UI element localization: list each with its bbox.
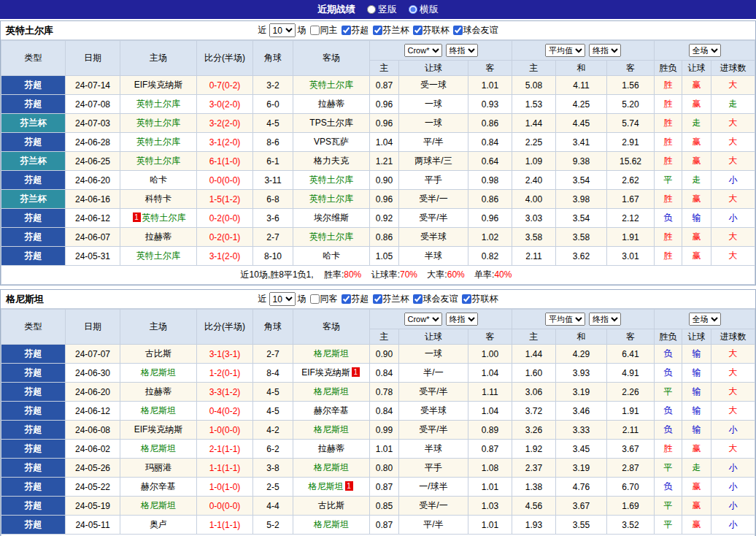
col-avg-home: 主 [512,61,556,76]
league-filter-checkbox[interactable] [413,294,423,304]
match-date: 24-06-25 [66,152,120,171]
home-team: 英特土尔库 [120,133,197,152]
avg-draw: 3.45 [556,440,607,459]
fulltime-select[interactable]: 全场 [689,313,721,326]
match-row: 芬超24-06-08EIF埃克纳斯1-0(0-0)4-2格尼斯坦0.99受平/半… [1,421,755,440]
same-venue-checkbox[interactable] [310,294,320,304]
recent-count-select[interactable]: 10 [269,23,296,37]
home-team: 1英特土尔库 [120,209,197,228]
avg-stage-select[interactable]: 终指 [589,313,621,326]
avg-away: 1.91 [607,228,655,247]
avg-away: 6.41 [607,345,655,364]
col-avg-home: 主 [512,329,556,345]
avg-source-select[interactable]: 平均值 [545,313,585,326]
match-date: 24-07-07 [66,345,120,364]
layout-vertical-radio[interactable] [367,5,376,14]
league-filter-checkbox[interactable] [413,26,423,35]
league-type-badge: 芬超 [1,345,66,364]
result-handicap: 赢 [682,133,711,152]
corner-score: 2-7 [253,345,293,364]
match-row: 芬超24-06-30格尼斯坦1-2(0-1)8-4EIF埃克纳斯10.84半/一… [1,364,755,383]
layout-horizontal-option[interactable]: 横版 [409,3,439,16]
match-score: 3-3(1-2) [197,383,253,402]
league-type-badge: 芬超 [1,478,66,497]
home-team: 拉赫蒂 [120,383,197,402]
stat-item: 胜率:80% [324,269,361,280]
corner-score: 5-2 [253,516,293,535]
odds-handicap: 一球 [399,345,468,364]
section-header: 英特土尔库 近 10 场 同主 芬超 芬兰杯 [1,21,755,40]
stat-value: 40% [494,269,512,280]
corner-score: 3-2 [253,76,293,95]
result-goals: 小 [711,516,755,535]
avg-draw: 4.25 [556,95,607,114]
league-filter[interactable]: 芬超 [342,293,369,305]
result-goals: 大 [711,383,755,402]
league-filter-checkbox[interactable] [342,26,351,35]
result-handicap: 赢 [682,516,711,535]
league-filter[interactable]: 芬超 [342,24,369,37]
corner-score: 3-11 [253,171,293,190]
match-row: 芬超24-05-31英特土尔库3-1(2-0)8-10哈卡1.05半球0.822… [1,247,755,266]
odds-away: 0.96 [468,209,512,228]
odds-stage-select[interactable]: 终指 [446,44,478,57]
league-filter[interactable]: 球会友谊 [453,24,498,37]
col-odds-handicap: 让球 [399,329,468,345]
league-filter[interactable]: 球会友谊 [413,293,458,305]
red-card-badge: 1 [345,481,353,491]
odds-away: 0.87 [468,440,512,459]
avg-home: 3.58 [512,228,556,247]
odds-home: 0.96 [370,114,399,133]
odds-company-select[interactable]: Crow* [404,44,442,57]
match-row: 芬超24-06-02格尼斯坦2-1(1-1)6-2拉赫蒂1.01半球0.871.… [1,440,755,459]
recent-count-select[interactable]: 10 [269,292,296,306]
avg-draw: 3.41 [556,133,607,152]
league-filter-checkbox[interactable] [342,294,351,304]
layout-horizontal-radio[interactable] [409,5,417,14]
col-score: 比分(半场) [197,41,253,76]
away-team: 拉赫蒂 [293,95,370,114]
same-venue-filter[interactable]: 同客 [310,293,338,305]
result-wdl: 平 [655,459,682,478]
fulltime-select[interactable]: 全场 [689,44,721,57]
match-row: 芬超24-06-12格尼斯坦0-4(0-2)4-5赫尔辛基0.84受半球1.04… [1,402,755,421]
league-filter[interactable]: 芬联杯 [413,24,450,37]
result-handicap: 赢 [682,190,711,209]
odds-handicap: 受半/一 [399,190,468,209]
avg-away: 3.52 [607,516,655,535]
avg-source-select[interactable]: 平均值 [545,44,585,57]
league-filter-checkbox[interactable] [373,294,382,304]
league-filter[interactable]: 芬兰杯 [373,293,409,305]
league-type-badge: 芬兰杯 [1,114,66,133]
avg-home: 1.44 [512,345,556,364]
result-handicap: 赢 [682,497,711,516]
match-row: 芬兰杯24-07-03英特土尔库3-2(2-0)4-5TPS土尔库0.96一球0… [1,114,755,133]
same-venue-checkbox[interactable] [310,26,320,35]
league-filter-checkbox[interactable] [373,26,382,35]
team-name: 拉赫蒂 [145,386,171,397]
avg-away: 1.69 [607,497,655,516]
away-team: 埃尔维斯 [293,209,370,228]
odds-company-select[interactable]: Crow* [404,313,442,326]
league-filter-checkbox[interactable] [453,26,463,35]
avg-home: 2.40 [512,171,556,190]
result-handicap: 赢 [682,440,711,459]
league-filter-checkbox[interactable] [462,294,471,304]
layout-vertical-option[interactable]: 竖版 [367,3,397,16]
avg-draw: 4.45 [556,114,607,133]
avg-draw: 9.38 [556,152,607,171]
home-team: 科特卡 [120,190,197,209]
result-wdl: 负 [655,402,682,421]
match-date: 24-05-11 [66,516,120,535]
league-filter[interactable]: 芬联杯 [462,293,498,305]
col-score: 比分(半场) [197,310,253,345]
league-filter[interactable]: 芬兰杯 [373,24,409,37]
team-title: 英特土尔库 [6,24,53,37]
same-venue-filter[interactable]: 同主 [310,24,338,37]
match-score: 3-1(2-0) [197,133,253,152]
near-label: 近 [258,24,267,37]
odds-stage-select[interactable]: 终指 [446,313,478,326]
match-row: 芬超24-06-28英特土尔库3-1(2-0)8-6VPS瓦萨1.04平/半0.… [1,133,755,152]
avg-stage-select[interactable]: 终指 [589,44,621,57]
result-wdl: 平 [655,497,682,516]
